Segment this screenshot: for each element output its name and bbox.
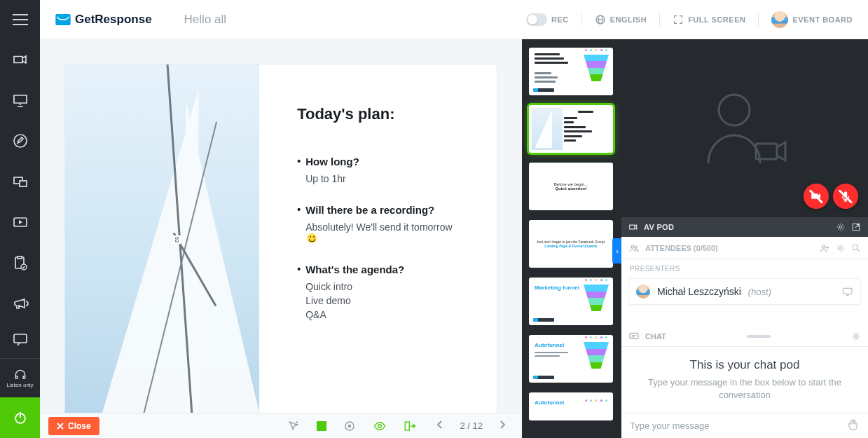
pencil-icon xyxy=(12,132,29,149)
attendee-row[interactable]: Michał Leszczyński (host) xyxy=(628,278,861,305)
power-button[interactable] xyxy=(0,397,40,438)
event-board-button[interactable]: EVENT BOARD xyxy=(771,11,853,28)
attendees-add[interactable] xyxy=(819,242,830,254)
exit-tool[interactable] xyxy=(399,420,420,432)
thumbnail-strip[interactable]: Before we begin...Quick question! And do… xyxy=(522,39,621,438)
event-board-label: EVENT BOARD xyxy=(792,15,853,24)
svg-point-23 xyxy=(839,226,842,228)
av-pod-popout[interactable] xyxy=(851,222,861,232)
chat-tool[interactable] xyxy=(0,324,40,355)
smile-emoji xyxy=(307,233,317,243)
record-tool[interactable] xyxy=(339,420,360,432)
presentation-tool[interactable] xyxy=(0,80,40,121)
screen-share-tool[interactable] xyxy=(0,161,40,202)
chevron-right-icon: › xyxy=(616,247,619,255)
chat-header: CHAT xyxy=(621,326,868,347)
thumbnail-2[interactable] xyxy=(529,105,613,153)
slide-a1: Up to 1hr xyxy=(297,173,463,184)
thumbnail-5[interactable]: Marketing funnel xyxy=(529,278,613,325)
follow-tool[interactable] xyxy=(368,420,391,432)
video-tool[interactable] xyxy=(0,202,40,242)
thumbnail-3[interactable]: Before we begin...Quick question! xyxy=(529,163,613,210)
chat-icon xyxy=(628,331,640,342)
person-add-icon xyxy=(819,242,830,254)
close-button[interactable]: Close xyxy=(48,417,99,435)
webcam-tool[interactable] xyxy=(0,39,40,80)
raise-hand-button[interactable] xyxy=(847,418,860,434)
thumbnail-4[interactable]: And don't forget to join the Facebook Gr… xyxy=(529,220,613,268)
slide-a2: Absolutely! We'll send it tomorrow xyxy=(297,221,463,244)
svg-rect-10 xyxy=(14,334,27,343)
chat-icon xyxy=(12,331,29,348)
attendee-role: (host) xyxy=(748,287,771,297)
brand-logo[interactable]: GetResponse xyxy=(55,13,152,27)
thumbnail-7[interactable]: Autofunnel xyxy=(529,392,613,420)
chat-settings[interactable] xyxy=(851,331,861,341)
attendees-label: ATTENDEES (0/500) xyxy=(645,244,718,252)
square-icon xyxy=(317,421,326,431)
user-silhouette-icon xyxy=(696,79,794,177)
mic-off-button[interactable] xyxy=(833,184,858,209)
svg-point-20 xyxy=(719,95,750,125)
fullscreen-button[interactable]: FULL SCREEN xyxy=(673,14,745,25)
search-icon xyxy=(851,243,861,253)
svg-rect-8 xyxy=(18,256,22,259)
stop-tool[interactable] xyxy=(312,421,331,431)
listen-only-toggle[interactable]: Listen only xyxy=(0,358,40,397)
svg-point-25 xyxy=(631,245,634,248)
chat-body: This is your chat pod Type your message … xyxy=(621,347,868,413)
monitors-icon xyxy=(12,173,29,190)
av-pod-settings[interactable] xyxy=(836,222,846,232)
svg-rect-5 xyxy=(20,181,27,186)
envelope-icon xyxy=(55,14,71,25)
chat-subtitle: Type your message in the box below to st… xyxy=(637,376,853,402)
slide-title: Today's plan: xyxy=(297,105,463,123)
svg-rect-31 xyxy=(843,288,852,294)
play-icon xyxy=(12,214,29,231)
slide-viewport: 63 Today's plan: How long? Up to 1hr Wil… xyxy=(40,39,522,413)
drag-handle[interactable] xyxy=(747,335,771,338)
attendee-name: Michał Leszczyński xyxy=(657,286,741,297)
camera-off-button[interactable] xyxy=(804,184,829,209)
svg-rect-19 xyxy=(406,422,410,430)
camera-icon xyxy=(12,51,29,68)
attendees-search[interactable] xyxy=(851,243,861,253)
gear-icon xyxy=(851,331,861,341)
cursor-tool[interactable] xyxy=(283,420,304,432)
clipboard-check-icon xyxy=(12,254,29,271)
record-toggle[interactable]: REC xyxy=(526,13,569,26)
eye-icon xyxy=(373,420,387,432)
power-icon xyxy=(13,410,28,425)
menu-button[interactable] xyxy=(0,0,40,39)
svg-rect-32 xyxy=(630,333,638,338)
attendees-settings[interactable] xyxy=(836,243,846,253)
slide-a3-2: Live demo xyxy=(297,295,463,306)
poll-tool[interactable] xyxy=(0,242,40,283)
hand-icon xyxy=(847,418,860,431)
separator xyxy=(758,13,759,27)
attendees-header: ATTENDEES (0/500) xyxy=(621,237,868,259)
greeting-text: Hello all xyxy=(184,13,226,27)
hamburger-icon xyxy=(13,14,28,25)
record-icon xyxy=(343,420,356,432)
current-slide: 63 Today's plan: How long? Up to 1hr Wil… xyxy=(65,64,497,413)
thumbnail-1[interactable] xyxy=(529,48,613,95)
language-button[interactable]: ENGLISH xyxy=(595,14,647,25)
svg-point-27 xyxy=(822,245,825,248)
slide-content: Today's plan: How long? Up to 1hr Will t… xyxy=(259,64,497,413)
collapse-thumbnails-button[interactable]: › xyxy=(612,238,621,264)
whiteboard-tool[interactable] xyxy=(0,121,40,161)
prev-page-button[interactable] xyxy=(433,418,447,434)
footer: Close xyxy=(40,413,522,438)
cta-tool[interactable] xyxy=(0,283,40,324)
svg-point-29 xyxy=(853,245,857,249)
svg-rect-0 xyxy=(13,14,28,15)
page-indicator: 2 / 12 xyxy=(460,420,483,431)
thumbnail-6[interactable]: Autofunnel xyxy=(529,335,613,383)
next-page-button[interactable] xyxy=(495,418,509,434)
chat-input[interactable] xyxy=(630,420,847,431)
gear-icon xyxy=(836,243,846,253)
megaphone-icon xyxy=(12,295,29,312)
camera-pod xyxy=(621,39,868,217)
fullscreen-icon xyxy=(673,14,684,25)
